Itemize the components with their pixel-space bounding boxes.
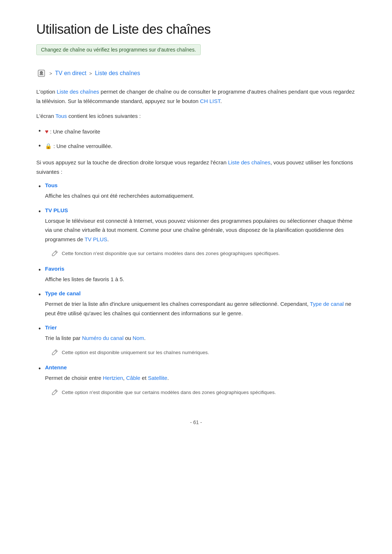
liste-chaines-link-1[interactable]: Liste des chaînes bbox=[57, 89, 99, 95]
section-favoris: Favoris Affiche les listes de favoris 1 … bbox=[36, 266, 356, 284]
tvplus-link[interactable]: TV PLUS bbox=[85, 236, 107, 242]
breadcrumb-separator-2: > bbox=[89, 71, 92, 76]
section-antenne: Antenne Permet de choisir entre Hertzien… bbox=[36, 364, 356, 398]
intro-paragraph-2: L'écran Tous contient les icônes suivant… bbox=[36, 111, 356, 121]
icon-list: ♥ : Une chaîne favorite 🔒 : Une chaîne v… bbox=[36, 127, 356, 151]
intro-paragraph-1: L'option Liste des chaînes permet de cha… bbox=[36, 87, 356, 106]
section-antenne-text: Permet de choisir entre Hertzien, Câble … bbox=[45, 373, 356, 383]
satellite-link[interactable]: Satellite bbox=[148, 375, 167, 381]
list-item-favorite: ♥ : Une chaîne favorite bbox=[36, 127, 356, 136]
subtitle-box: Changez de chaîne ou vérifiez les progra… bbox=[36, 44, 201, 55]
pencil-icon-trier bbox=[51, 349, 58, 356]
section-trier-text: Trie la liste par Numéro du canal ou Nom… bbox=[45, 333, 356, 343]
ch-list-link[interactable]: CH LIST bbox=[200, 98, 220, 104]
page-footer: - 61 - bbox=[36, 419, 356, 425]
section-antenne-title: Antenne bbox=[45, 364, 356, 370]
section-type-canal-title: Type de canal bbox=[45, 290, 356, 296]
section-tous: Tous Affiche les chaînes qui ont été rec… bbox=[36, 182, 356, 201]
section-tvplus: TV PLUS Lorsque le téléviseur est connec… bbox=[36, 207, 356, 259]
nom-link[interactable]: Nom bbox=[132, 335, 144, 341]
note-trier: Cette option est disponible uniquement s… bbox=[45, 347, 356, 358]
note-tvplus: Cette fonction n'est disponible que sur … bbox=[45, 248, 356, 259]
tous-link-intro[interactable]: Tous bbox=[56, 113, 67, 119]
page-title: Utilisation de Liste des chaînes bbox=[36, 22, 356, 37]
lock-icon: 🔒 bbox=[45, 143, 52, 149]
cable-link[interactable]: Câble bbox=[126, 375, 140, 381]
section-type-canal: Type de canal Permet de trier la liste a… bbox=[36, 290, 356, 318]
type-canal-link[interactable]: Type de canal bbox=[310, 301, 344, 307]
section-tvplus-title: TV PLUS bbox=[45, 207, 356, 213]
section-favoris-title: Favoris bbox=[45, 266, 356, 272]
pencil-icon-antenne bbox=[51, 389, 58, 396]
breadcrumb-separator-1: > bbox=[49, 71, 52, 76]
section-type-canal-text: Permet de trier la liste afin d'inclure … bbox=[45, 299, 356, 318]
breadcrumb-liste-chaines[interactable]: Liste des chaînes bbox=[95, 70, 140, 77]
note-antenne: Cette option n'est disponible que sur ce… bbox=[45, 387, 356, 398]
list-item-locked: 🔒 : Une chaîne verrouillée. bbox=[36, 141, 356, 151]
breadcrumb-tv-direct[interactable]: TV en direct bbox=[55, 70, 86, 77]
section-favoris-text: Affiche les listes de favoris 1 à 5. bbox=[45, 275, 356, 284]
section-trier: Trier Trie la liste par Numéro du canal … bbox=[36, 324, 356, 358]
section-tvplus-text: Lorsque le téléviseur est connecté à Int… bbox=[45, 216, 356, 244]
section-tous-title: Tous bbox=[45, 182, 356, 188]
section-tous-text: Affiche les chaînes qui ont été recherch… bbox=[45, 191, 356, 201]
pencil-icon-tvplus bbox=[51, 250, 58, 257]
sections-list: Tous Affiche les chaînes qui ont été rec… bbox=[36, 182, 356, 398]
liste-chaines-link-2[interactable]: Liste des chaînes bbox=[228, 159, 270, 165]
breadcrumb: > TV en direct > Liste des chaînes bbox=[36, 68, 356, 78]
numero-canal-link[interactable]: Numéro du canal bbox=[82, 335, 123, 341]
heart-icon: ♥ bbox=[45, 128, 49, 135]
home-icon bbox=[36, 68, 46, 78]
section-trier-title: Trier bbox=[45, 324, 356, 331]
hertzien-link[interactable]: Hertzien bbox=[103, 375, 123, 381]
direction-paragraph: Si vous appuyez sur la touche de directi… bbox=[36, 158, 356, 176]
